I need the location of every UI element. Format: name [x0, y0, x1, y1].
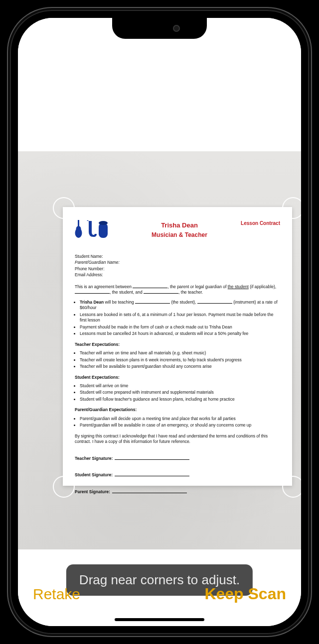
field-phone: Phone Number: — [75, 266, 280, 272]
teacher-exp-list: Teacher will arrive on time and have all… — [75, 350, 280, 369]
sig-student: Student Signature: — [75, 472, 280, 478]
music-logo-icon — [75, 218, 111, 244]
student-exp-list: Student will arrive on time Student will… — [75, 383, 280, 402]
home-indicator[interactable] — [115, 618, 204, 621]
sig-parent: Parent Signature: — [75, 489, 280, 495]
acknowledgement: By signing this contract I acknowledge t… — [75, 433, 280, 445]
scan-preview-area[interactable]: Trisha Dean Musician & Teacher Lesson Co… — [18, 151, 301, 549]
crop-handle-bottom-left[interactable] — [53, 476, 75, 498]
scanned-document: Trisha Dean Musician & Teacher Lesson Co… — [63, 207, 292, 486]
svg-rect-3 — [99, 223, 108, 238]
doc-tag: Lesson Contract — [241, 220, 280, 227]
sig-teacher: Teacher Signature: — [75, 456, 280, 461]
student-exp-title: Student Expectations: — [75, 375, 280, 380]
field-email: Email Address: — [75, 272, 280, 278]
terms-list: Trisha Dean will be teaching (the studen… — [75, 300, 280, 337]
bottom-bar: Drag near corners to adjust. Retake Keep… — [18, 549, 301, 626]
screen: Trisha Dean Musician & Teacher Lesson Co… — [18, 18, 301, 626]
crop-handle-bottom-right[interactable] — [282, 476, 301, 498]
retake-button[interactable]: Retake — [33, 586, 80, 603]
svg-point-4 — [99, 221, 108, 225]
doc-title-name: Trisha Dean — [130, 221, 229, 230]
crop-handle-top-left[interactable] — [53, 197, 75, 219]
notch — [112, 18, 207, 39]
field-student: Student Name: — [75, 254, 280, 259]
phone-frame: Trisha Dean Musician & Teacher Lesson Co… — [7, 7, 312, 637]
doc-title-role: Musician & Teacher — [130, 231, 229, 239]
crop-handle-top-right[interactable] — [282, 197, 301, 219]
parent-exp-list: Parent/guardian will decide upon a meeti… — [75, 416, 280, 429]
teacher-exp-title: Teacher Expectations: — [75, 342, 280, 347]
keep-scan-button[interactable]: Keep Scan — [204, 585, 286, 603]
field-parent: Parent/Guardian Name: — [75, 260, 280, 265]
svg-point-2 — [76, 226, 81, 232]
intro-paragraph: This is an agreement between , the paren… — [75, 284, 280, 296]
parent-exp-title: Parent/Guardian Expectations: — [75, 407, 280, 413]
